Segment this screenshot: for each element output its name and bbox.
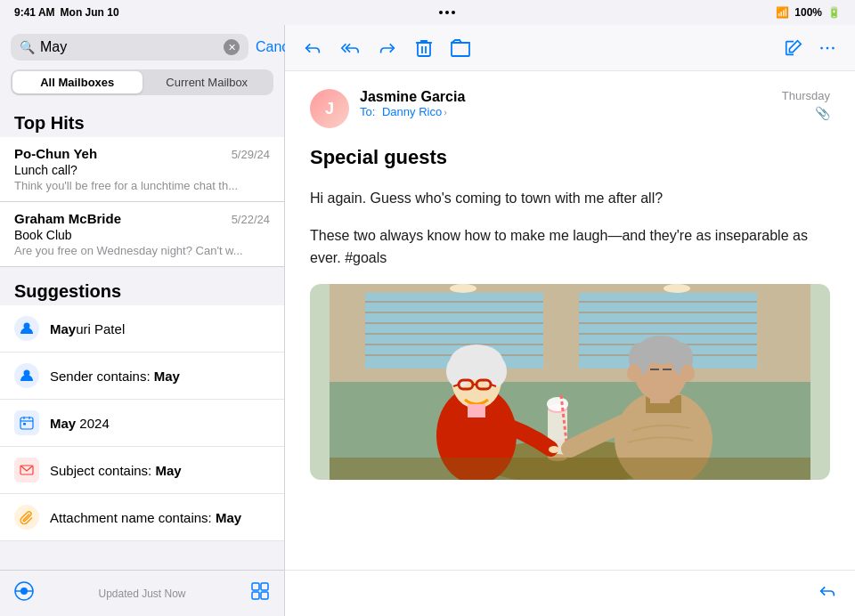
- reply-all-button[interactable]: [340, 38, 360, 58]
- email-item-header-2: Graham McBride 5/22/24: [14, 211, 270, 226]
- status-dot-2: [445, 11, 449, 14]
- suggestion-text-sender: Sender contains: May: [50, 369, 180, 384]
- email-item-pochun[interactable]: Po-Chun Yeh 5/29/24 Lunch call? Think yo…: [0, 137, 284, 202]
- attachment-indicator: 📎: [782, 106, 830, 120]
- reply-bottom-button[interactable]: [818, 581, 837, 606]
- status-bar-left: 9:41 AM Mon Jun 10: [14, 6, 119, 19]
- status-time: 9:41 AM: [14, 6, 55, 19]
- svg-rect-12: [252, 583, 259, 590]
- forward-button[interactable]: [378, 38, 397, 58]
- search-input[interactable]: [40, 39, 218, 55]
- status-bar: 9:41 AM Mon Jun 10 📶 100% 🔋: [0, 0, 855, 25]
- status-dot-1: [439, 11, 443, 14]
- person-icon: [14, 316, 39, 341]
- email-timestamp-block: Thursday 📎: [782, 89, 830, 120]
- top-hits-emails: Po-Chun Yeh 5/29/24 Lunch call? Think yo…: [0, 137, 284, 267]
- move-button[interactable]: [451, 38, 470, 58]
- battery-icon: 🔋: [827, 6, 841, 19]
- suggestions-list: Mayuri Patel Sender contains: May: [0, 305, 284, 570]
- svg-rect-15: [261, 592, 268, 599]
- svg-point-20: [826, 46, 829, 49]
- svg-point-19: [820, 46, 823, 49]
- email-header-left: J Jasmine Garcia To: Danny Rico ›: [310, 89, 465, 128]
- email-preview-1: Think you'll be free for a lunchtime cha…: [14, 179, 270, 192]
- search-input-wrapper[interactable]: 🔍 ✕: [11, 34, 248, 61]
- email-content: J Jasmine Garcia To: Danny Rico › Thursd…: [285, 71, 855, 570]
- more-button[interactable]: [818, 38, 837, 58]
- status-day: Mon Jun 10: [61, 6, 119, 19]
- email-header: J Jasmine Garcia To: Danny Rico › Thursd…: [310, 89, 830, 128]
- chevron-icon: ›: [444, 107, 447, 118]
- svg-rect-14: [252, 592, 259, 599]
- segmented-control: All Mailboxes Current Mailbox: [11, 69, 273, 95]
- status-dot-3: [452, 11, 455, 14]
- battery-label: 100%: [794, 6, 822, 19]
- avatar: J: [310, 89, 349, 128]
- email-subject-2: Book Club: [14, 228, 270, 242]
- status-text: Updated Just Now: [98, 588, 185, 600]
- svg-rect-13: [261, 583, 268, 590]
- segment-all-mailboxes[interactable]: All Mailboxes: [12, 71, 142, 93]
- suggestion-sender[interactable]: Sender contains: May: [0, 353, 284, 400]
- reply-bar: [285, 570, 855, 616]
- svg-rect-70: [330, 458, 810, 480]
- email-subject-line: Special guests: [310, 146, 830, 169]
- status-bar-right: 📶 100% 🔋: [776, 6, 841, 19]
- bottom-bar: Updated Just Now: [0, 570, 284, 616]
- toolbar-left: [303, 38, 470, 58]
- calendar-icon: [14, 410, 39, 435]
- suggestion-attachment[interactable]: Attachment name contains: May: [0, 494, 284, 541]
- multiselect-icon[interactable]: [250, 581, 270, 606]
- email-body-paragraph-1: Hi again. Guess who's coming to town wit…: [310, 187, 830, 210]
- svg-point-39: [664, 284, 690, 293]
- email-body-paragraph-2: These two always know how to make me lau…: [310, 224, 830, 270]
- main-content: 🔍 ✕ Cancel All Mailboxes Current Mailbox…: [0, 25, 855, 616]
- svg-rect-2: [20, 417, 33, 429]
- suggestion-text-attachment: Attachment name contains: May: [50, 510, 241, 525]
- email-from: Jasmine Garcia: [360, 89, 465, 105]
- svg-point-51: [482, 355, 507, 387]
- left-panel: 🔍 ✕ Cancel All Mailboxes Current Mailbox…: [0, 25, 285, 616]
- compose-button[interactable]: [784, 38, 803, 58]
- trash-button[interactable]: [415, 38, 433, 58]
- email-sender-2: Graham McBride: [14, 211, 121, 226]
- svg-point-58: [549, 446, 559, 453]
- suggestion-person[interactable]: Mayuri Patel: [0, 305, 284, 353]
- svg-point-44: [547, 397, 568, 411]
- email-item-graham[interactable]: Graham McBride 5/22/24 Book Club Are you…: [0, 202, 284, 267]
- status-bar-center: [439, 11, 455, 14]
- right-panel: J Jasmine Garcia To: Danny Rico › Thursd…: [285, 25, 855, 616]
- attach-icon: [14, 505, 39, 530]
- search-icon: 🔍: [20, 40, 35, 54]
- sender-icon: [14, 363, 39, 388]
- search-clear-button[interactable]: ✕: [224, 39, 240, 55]
- ipad-frame: 9:41 AM Mon Jun 10 📶 100% 🔋 🔍 ✕ Ca: [0, 0, 855, 616]
- suggestion-calendar[interactable]: May 2024: [0, 400, 284, 447]
- svg-point-21: [832, 46, 835, 49]
- svg-rect-57: [468, 404, 485, 417]
- suggestion-text-person: Mayuri Patel: [50, 321, 125, 336]
- svg-point-38: [450, 284, 476, 293]
- svg-point-66: [627, 364, 641, 382]
- svg-rect-6: [23, 423, 26, 426]
- svg-point-67: [680, 364, 695, 382]
- suggestion-text-calendar: May 2024: [50, 416, 110, 431]
- svg-point-9: [20, 588, 28, 595]
- top-hits-section: Top Hits: [0, 106, 284, 137]
- reply-button[interactable]: [303, 38, 322, 58]
- email-to[interactable]: To: Danny Rico ›: [360, 105, 465, 118]
- email-meta: Jasmine Garcia To: Danny Rico ›: [360, 89, 465, 118]
- email-toolbar: [285, 25, 855, 71]
- to-label: To:: [360, 105, 375, 118]
- suggestion-text-subject: Subject contains: May: [50, 463, 182, 478]
- search-bar: 🔍 ✕ Cancel: [0, 25, 284, 69]
- recipient-name: Danny Rico: [382, 105, 442, 118]
- segment-current-mailbox[interactable]: Current Mailbox: [142, 71, 273, 93]
- email-date-2: 5/22/24: [232, 213, 270, 226]
- email-subject-1: Lunch call?: [14, 163, 270, 177]
- email-date-1: 5/29/24: [232, 148, 270, 161]
- wifi-icon: 📶: [776, 6, 789, 19]
- suggestion-subject[interactable]: Subject contains: May: [0, 447, 284, 494]
- filter-icon[interactable]: [14, 581, 34, 606]
- suggestions-header: Suggestions: [0, 267, 284, 305]
